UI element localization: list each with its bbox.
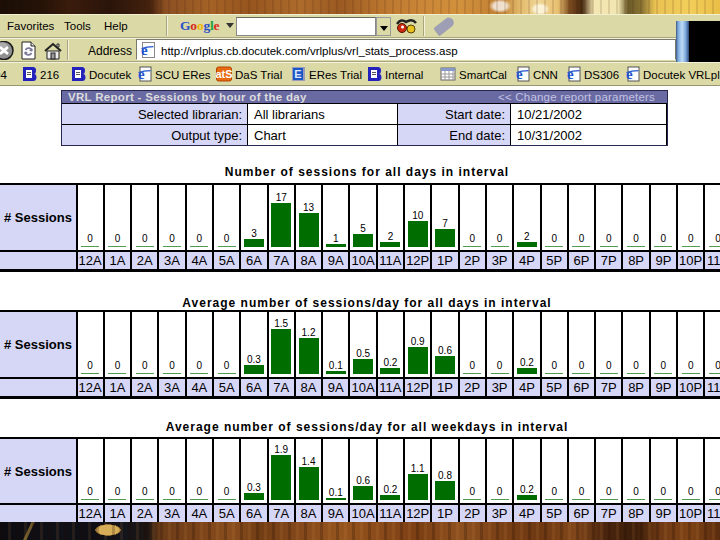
svg-text:E: E bbox=[294, 68, 301, 80]
svg-text:e: e bbox=[626, 66, 633, 82]
svg-text:e: e bbox=[141, 42, 148, 58]
svg-text:e: e bbox=[567, 66, 574, 82]
svg-text:atS: atS bbox=[216, 68, 232, 80]
svg-text:e: e bbox=[138, 66, 145, 82]
svg-text:e: e bbox=[516, 66, 523, 82]
